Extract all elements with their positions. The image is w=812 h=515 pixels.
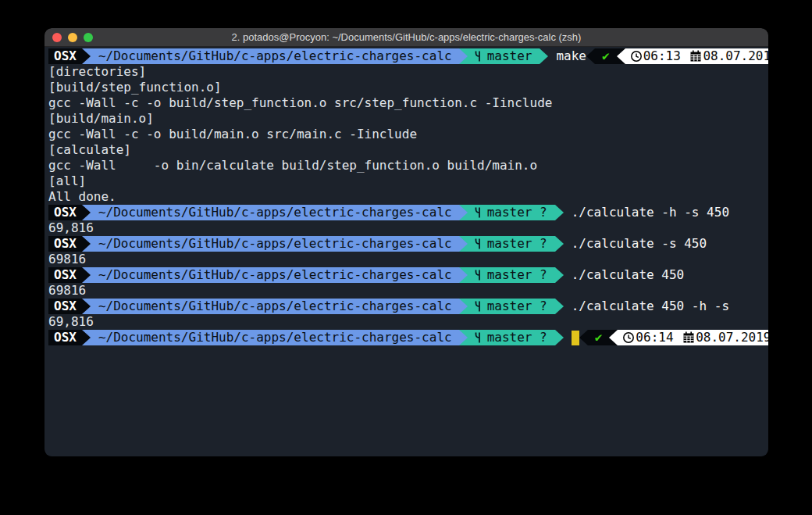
powerline-arrow-icon: [617, 48, 625, 64]
minimize-button[interactable]: [68, 33, 77, 42]
prompt-path-segment: ~/Documents/GitHub/c-apps/electric-charg…: [91, 236, 459, 252]
powerline-arrow-icon: [555, 205, 564, 220]
powerline-arrow-icon: [82, 205, 91, 220]
output-row: 69,816: [48, 314, 765, 330]
status-time-segment: 06:13 08.07.2019: [625, 48, 768, 64]
calendar-icon: [682, 331, 695, 344]
output-text: [build/step_function.o]: [48, 80, 222, 95]
prompt-row: OSX~/Documents/GitHub/c-apps/electric-ch…: [48, 48, 765, 64]
output-text: [calculate]: [48, 142, 131, 158]
output-text: [build/main.o]: [48, 111, 154, 127]
powerline-arrow-icon: [555, 267, 564, 283]
powerline-arrow-icon: [555, 330, 564, 345]
git-branch-icon: [472, 206, 483, 219]
output-row: gcc -Wall -o bin/calculate build/step_fu…: [48, 158, 765, 173]
prompt-git-segment: master ?: [468, 330, 555, 345]
git-branch-icon: [472, 331, 483, 344]
prompt-os-segment: OSX: [48, 236, 82, 252]
output-row: 69816: [48, 283, 765, 299]
prompt-path-segment: ~/Documents/GitHub/c-apps/electric-charg…: [91, 267, 459, 283]
powerline-arrow-icon: [579, 330, 588, 345]
prompt-os-segment: OSX: [48, 330, 82, 345]
powerline-arrow-icon: [555, 236, 564, 252]
command-text: make: [556, 48, 586, 64]
git-branch-label: master ?: [487, 299, 547, 314]
output-row: [directories]: [48, 64, 765, 80]
terminal-screen[interactable]: OSX~/Documents/GitHub/c-apps/electric-ch…: [45, 47, 768, 456]
powerline-arrow-icon: [540, 48, 548, 64]
powerline-arrow-icon: [82, 48, 91, 64]
right-status: ✔06:14 08.07.2019: [579, 330, 768, 345]
prompt-row: OSX~/Documents/GitHub/c-apps/electric-ch…: [48, 236, 765, 252]
zoom-button[interactable]: [84, 33, 93, 42]
git-branch-label: master ?: [487, 267, 547, 283]
git-branch-label: master: [487, 48, 532, 64]
prompt-git-segment: master: [468, 48, 540, 64]
prompt-row: OSX~/Documents/GitHub/c-apps/electric-ch…: [48, 205, 765, 220]
status-check-segment: ✔: [588, 330, 610, 345]
command-text: ./calculate 450 -h -s: [572, 299, 729, 314]
output-row: All done.: [48, 189, 765, 205]
git-branch-icon: [472, 300, 483, 313]
powerline-arrow-icon: [555, 299, 564, 314]
output-text: 69816: [48, 283, 86, 299]
output-row: [calculate]: [48, 142, 765, 158]
prompt-row: OSX~/Documents/GitHub/c-apps/electric-ch…: [48, 267, 765, 283]
powerline-arrow-icon: [82, 267, 91, 283]
status-time: 06:14: [636, 330, 673, 345]
output-row: gcc -Wall -c -o build/main.o src/main.c …: [48, 127, 765, 142]
output-row: 69,816: [48, 220, 765, 236]
prompt-path-segment: ~/Documents/GitHub/c-apps/electric-charg…: [91, 48, 459, 64]
output-text: 69816: [48, 252, 86, 267]
git-branch-label: master ?: [487, 330, 547, 345]
output-text: [directories]: [48, 64, 146, 80]
spacer: [681, 48, 689, 64]
clock-icon: [630, 50, 643, 63]
output-text: gcc -Wall -c -o build/main.o src/main.c …: [48, 127, 417, 142]
status-date: 08.07.2019: [703, 48, 768, 64]
prompt-os-segment: OSX: [48, 299, 82, 314]
command-text: ./calculate -h -s 450: [572, 205, 729, 220]
powerline-arrow-icon: [82, 299, 91, 314]
output-text: [all]: [48, 173, 86, 189]
prompt-git-segment: master ?: [468, 236, 555, 252]
titlebar[interactable]: 2. potados@Procyon: ~/Documents/GitHub/c…: [45, 28, 768, 47]
status-check-segment: ✔: [595, 48, 617, 64]
output-row: [build/step_function.o]: [48, 80, 765, 95]
git-branch-icon: [472, 50, 483, 63]
close-button[interactable]: [52, 33, 62, 42]
output-text: 69,816: [48, 314, 94, 330]
spacer: [674, 330, 682, 345]
prompt-os-segment: OSX: [48, 48, 82, 64]
output-text: gcc -Wall -c -o build/step_function.o sr…: [48, 95, 552, 111]
status-time: 06:13: [643, 48, 681, 64]
prompt-git-segment: master ?: [468, 299, 555, 314]
output-text: gcc -Wall -o bin/calculate build/step_fu…: [48, 158, 537, 173]
git-branch-label: master ?: [487, 205, 547, 220]
window-title: 2. potados@Procyon: ~/Documents/GitHub/c…: [232, 31, 582, 43]
prompt-git-segment: master ?: [468, 267, 555, 283]
output-row: [all]: [48, 173, 765, 189]
clock-icon: [622, 331, 635, 344]
prompt-os-segment: OSX: [48, 267, 82, 283]
terminal-lines: OSX~/Documents/GitHub/c-apps/electric-ch…: [48, 48, 765, 345]
command-text: ./calculate 450: [572, 267, 685, 283]
prompt-os-segment: OSX: [48, 205, 82, 220]
block-cursor: [572, 331, 579, 345]
prompt-row: OSX~/Documents/GitHub/c-apps/electric-ch…: [48, 330, 765, 345]
prompt-path-segment: ~/Documents/GitHub/c-apps/electric-charg…: [91, 299, 459, 314]
status-date: 08.07.2019: [696, 330, 768, 345]
git-branch-label: master ?: [487, 236, 547, 252]
git-branch-icon: [472, 238, 483, 250]
prompt-path-segment: ~/Documents/GitHub/c-apps/electric-charg…: [91, 330, 459, 345]
powerline-arrow-icon: [459, 299, 468, 314]
powerline-arrow-icon: [609, 330, 618, 345]
prompt-path-segment: ~/Documents/GitHub/c-apps/electric-charg…: [91, 205, 459, 220]
status-time-segment: 06:14 08.07.2019: [618, 330, 768, 345]
output-text: All done.: [48, 189, 116, 205]
prompt-git-segment: master ?: [468, 205, 555, 220]
powerline-arrow-icon: [459, 330, 468, 345]
traffic-lights: [52, 28, 93, 47]
powerline-arrow-icon: [459, 236, 468, 252]
powerline-arrow-icon: [459, 48, 468, 64]
